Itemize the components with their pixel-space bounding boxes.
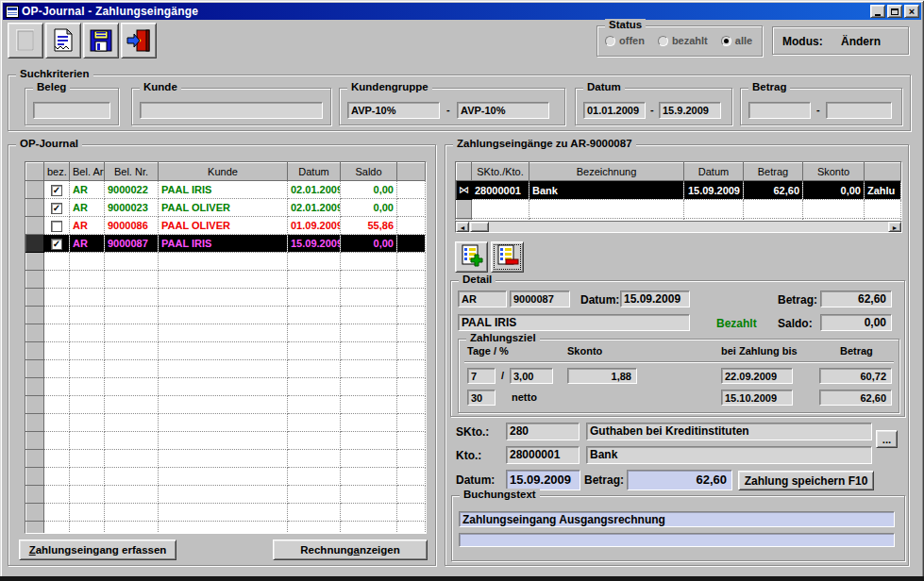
radio-alle[interactable]: [721, 36, 731, 46]
zahlung-datum-label: Datum:: [456, 473, 495, 487]
blank-page-icon: [14, 28, 37, 53]
rechnung-anzeigen-button[interactable]: Rechnung anzeigen: [273, 540, 428, 560]
empty-row: [26, 450, 426, 468]
datum-separator: -: [650, 104, 654, 115]
col-bel-nr: Bel. Nr.: [105, 163, 159, 181]
table-row[interactable]: ✓ AR 9000023 PAAL OLIVER 02.01.2009 0,00: [26, 199, 426, 217]
title-bar[interactable]: OP-Journal - Zahlungseingänge ×: [3, 3, 921, 20]
exit-door-icon: [126, 28, 152, 53]
datum-label: Datum: [583, 81, 625, 92]
empty-row: [26, 396, 426, 414]
payments-header-row: SKto./Kto. Bezeichnung Datum Betrag Skon…: [457, 163, 901, 181]
floppy-disk-icon: [89, 28, 113, 53]
zz-betrag2-field[interactable]: 62,60: [819, 390, 892, 406]
search-group: Suchkriterien Beleg Kunde Kundengruppe A…: [8, 75, 911, 131]
zz-header-skonto: Skonto: [567, 345, 602, 357]
save-button[interactable]: [83, 23, 119, 58]
beleg-input[interactable]: [33, 102, 110, 119]
buchungstext-line2-input[interactable]: [459, 533, 895, 547]
modus-panel: Modus: Ändern: [772, 26, 909, 55]
betrag-label: Betrag: [748, 81, 790, 92]
minimize-button[interactable]: [870, 5, 885, 18]
zz-skonto-field[interactable]: 1,88: [567, 368, 637, 384]
scroll-left-button[interactable]: ◄: [456, 222, 469, 232]
radio-bezahlt[interactable]: [658, 36, 668, 46]
pcol-skto-kto: SKto./Kto.: [472, 163, 529, 181]
add-payment-icon: [460, 244, 484, 271]
empty-row: [26, 522, 426, 535]
table-row[interactable]: AR 9000086 PAAL OLIVER 01.09.2009 55,86: [26, 217, 426, 235]
new-button[interactable]: [8, 23, 43, 58]
detail-group: Detail AR 9000087 Datum: 15.09.2009 Betr…: [450, 280, 905, 417]
zz-header-tage: Tage / %: [467, 345, 509, 357]
scroll-thumb[interactable]: [470, 222, 489, 232]
zahlung-datum-input[interactable]: 15.09.2009: [506, 470, 580, 490]
maximize-button[interactable]: [887, 5, 902, 18]
kto-name-field[interactable]: Bank: [586, 446, 872, 464]
zz-tage1-field[interactable]: 7: [467, 368, 496, 384]
zahlung-speichern-button[interactable]: Zahlung speichern F10: [738, 471, 874, 490]
window-title: OP-Journal - Zahlungseingänge: [22, 5, 198, 18]
paid-checkbox[interactable]: ✓: [51, 239, 62, 250]
skto-name-field[interactable]: Guthaben bei Kreditinstituten: [586, 423, 872, 440]
zahlungseingang-erfassen-button[interactable]: Zahlungseingang erfassen: [19, 540, 176, 560]
detail-datum-field[interactable]: 15.09.2009: [620, 290, 690, 307]
zz-prozent-field[interactable]: 3,00: [510, 368, 553, 384]
kto-label: Kto.:: [456, 449, 481, 462]
zz-tage2-field[interactable]: 30: [467, 390, 496, 406]
add-payment-button[interactable]: [455, 241, 488, 273]
close-button[interactable]: ×: [904, 5, 919, 18]
detail-saldo-field[interactable]: 0,00: [820, 314, 892, 331]
table-row-selected[interactable]: ✓ AR 9000087 PAAL IRIS 15.09.2009 0,00: [26, 235, 426, 253]
radio-bezahlt-label: bezahlt: [672, 35, 708, 46]
zz-betrag1-field[interactable]: 60,72: [819, 368, 892, 384]
scroll-right-button[interactable]: ►: [888, 222, 901, 232]
zz-bis1-field[interactable]: 22.09.2009: [721, 368, 793, 384]
detail-bel-nr-field[interactable]: 9000087: [510, 290, 570, 307]
buchungstext-title: Buchungstext: [460, 489, 540, 500]
browse-accounts-button[interactable]: ...: [876, 430, 898, 448]
zz-bis2-field[interactable]: 15.10.2009: [721, 390, 793, 406]
scroll-track[interactable]: [489, 222, 888, 232]
buchungstext-line1-input[interactable]: Zahlungseingang Ausgangsrechnung: [459, 511, 895, 527]
kunde-group: Kunde: [131, 88, 331, 125]
close-icon: ×: [909, 7, 915, 16]
kto-input[interactable]: 28000001: [506, 446, 580, 464]
kundengruppe-from-input[interactable]: AVP-10%: [347, 102, 440, 119]
detail-bel-art-field[interactable]: AR: [458, 290, 507, 307]
empty-row: [26, 378, 426, 396]
kundengruppe-group: Kundengruppe AVP-10% - AVP-10%: [339, 88, 565, 125]
detail-betrag-field[interactable]: 62,60: [820, 290, 892, 307]
empty-row: [26, 324, 426, 342]
skto-input[interactable]: 280: [506, 423, 580, 440]
zahlung-betrag-input[interactable]: 62,60: [627, 470, 732, 490]
exit-button[interactable]: [121, 23, 157, 58]
empty-row: [26, 414, 426, 432]
table-row[interactable]: ✓ AR 9000022 PAAL IRIS 02.01.2009 0,00: [26, 181, 426, 199]
zz-divider: [464, 361, 894, 363]
paid-checkbox[interactable]: ✓: [51, 203, 62, 214]
betrag-from-input[interactable]: [748, 102, 811, 119]
kundengruppe-to-input[interactable]: AVP-10%: [457, 102, 549, 119]
col-saldo: Saldo: [341, 163, 397, 181]
kunde-input[interactable]: [140, 102, 323, 119]
radio-offen[interactable]: [605, 36, 615, 46]
document-icon: [51, 27, 76, 54]
paid-checkbox[interactable]: ✓: [51, 185, 62, 196]
datum-to-input[interactable]: 15.9.2009: [659, 102, 721, 119]
payments-hscrollbar[interactable]: ◄ ►: [455, 221, 902, 233]
pcol-bezeichnung: Bezeichnung: [529, 163, 684, 181]
datum-from-input[interactable]: 01.01.2009: [583, 102, 646, 119]
betrag-to-input[interactable]: [826, 102, 892, 119]
datum-group: Datum 01.01.2009 - 15.9.2009: [575, 88, 732, 125]
remove-payment-button[interactable]: [491, 241, 524, 273]
pcol-skonto: Skonto: [803, 163, 865, 181]
op-journal-group: OP-Journal bez. Bel. Art Bel. Nr. Kunde …: [8, 144, 436, 566]
col-rowheader: [26, 163, 44, 181]
print-preview-button[interactable]: [45, 23, 81, 58]
payment-row-selected[interactable]: ⋈ 28000001 Bank 15.09.2009 62,60 0,00 Za…: [457, 181, 901, 200]
pcol-rowheader: [457, 163, 472, 181]
detail-kunde-field[interactable]: PAAL IRIS: [458, 314, 690, 331]
search-group-label: Suchkriterien: [16, 68, 93, 79]
paid-checkbox[interactable]: [51, 221, 62, 232]
